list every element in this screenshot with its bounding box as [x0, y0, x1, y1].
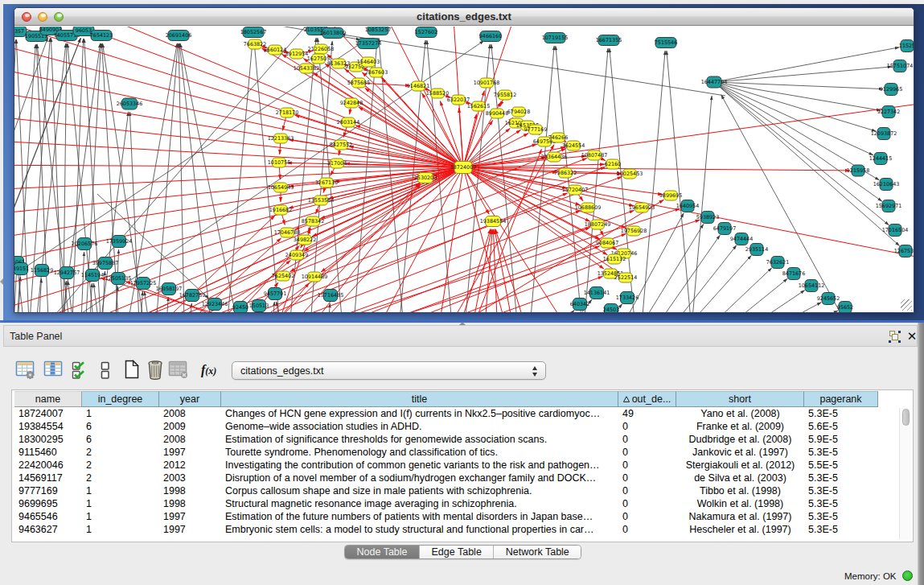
window-resize-grip[interactable] — [901, 299, 912, 311]
table-cell[interactable]: 9465546 — [14, 510, 82, 523]
graph-edge[interactable] — [699, 290, 805, 313]
graph-node[interactable]: 10654112 — [799, 280, 825, 292]
network-window-titlebar[interactable]: citations_edges.txt — [14, 8, 914, 26]
delete-table-button-disabled[interactable] — [168, 358, 189, 381]
graph-node[interactable]: 9146821 — [407, 81, 429, 91]
graph-edge[interactable] — [463, 121, 493, 168]
graph-node[interactable]: 13553584 — [308, 196, 335, 205]
tab-edge-table[interactable]: Edge Table — [420, 546, 494, 558]
table-cell[interactable]: Estimation of the future numbers of pati… — [221, 510, 618, 523]
graph-edge[interactable] — [14, 27, 463, 167]
graph-node[interactable]: 15720407 — [562, 185, 589, 195]
graph-edge[interactable] — [645, 245, 737, 313]
graph-node[interactable]: 10688609 — [575, 203, 602, 212]
graph-node[interactable]: 17359924 — [106, 236, 133, 248]
table-cell[interactable]: 1997 — [159, 510, 221, 523]
table-cell[interactable]: 9115460 — [14, 446, 82, 459]
graph-node[interactable]: 1546403 — [357, 57, 380, 67]
graph-node[interactable]: 8912954 — [285, 49, 308, 59]
table-cell[interactable]: 22420046 — [14, 459, 82, 472]
table-cell[interactable]: 2012 — [159, 459, 221, 472]
graph-node[interactable]: 1244415 — [869, 153, 892, 165]
graph-edge[interactable] — [639, 51, 665, 313]
graph-node[interactable]: 7986322 — [554, 168, 577, 178]
graph-edge[interactable] — [714, 82, 873, 155]
table-cell[interactable]: 5.5E-5 — [804, 459, 878, 472]
graph-node[interactable]: 19756928 — [621, 226, 647, 236]
table-cell[interactable]: 1 — [82, 484, 159, 497]
table-cell[interactable]: 5.3E-5 — [804, 446, 878, 459]
graph-edge[interactable] — [714, 82, 882, 201]
graph-node[interactable]: 1145194 — [81, 270, 104, 282]
graph-node[interactable]: 8427552 — [330, 140, 352, 150]
float-panel-icon[interactable] — [889, 331, 901, 343]
graph-node[interactable]: 7654123 — [90, 31, 113, 41]
table-cell[interactable]: 0 — [618, 510, 676, 523]
graph-node[interactable]: 17357274 — [355, 39, 382, 49]
graph-node[interactable]: 17046788 — [274, 228, 301, 237]
column-header-short[interactable]: short — [676, 391, 804, 407]
graph-edge[interactable] — [632, 235, 720, 313]
graph-node[interactable]: 1267534 — [894, 245, 914, 257]
left-splitter-collapse-icon[interactable] — [0, 278, 3, 285]
graph-edge[interactable] — [463, 167, 850, 171]
graph-node[interactable]: 1010755 — [268, 158, 290, 167]
graph-node[interactable]: 18052567 — [240, 27, 267, 38]
table-cell[interactable]: 2009 — [159, 420, 221, 433]
table-cell[interactable]: Dudbridge et al. (2008) — [676, 433, 804, 446]
graph-node[interactable]: 8471676 — [782, 268, 805, 280]
graph-node[interactable]: 2935114 — [745, 244, 768, 256]
panel-collapse-arrow-icon[interactable] — [459, 322, 466, 325]
graph-node[interactable]: 8990448 — [486, 109, 508, 118]
graph-edge[interactable] — [714, 82, 876, 131]
new-column-button[interactable] — [121, 358, 142, 381]
network-graph-canvas[interactable]: 2035719055138490903140557139605376541232… — [14, 27, 914, 313]
column-header-pagerank[interactable]: pagerank — [804, 391, 878, 407]
graph-node[interactable]: 16210643 — [873, 179, 900, 191]
graph-node[interactable]: 9474444 — [730, 233, 753, 245]
table-scrollbar[interactable] — [899, 408, 911, 539]
table-cell[interactable]: 0 — [618, 420, 676, 433]
graph-node[interactable]: 8578342 — [302, 216, 324, 226]
graph-edge[interactable] — [185, 211, 581, 313]
table-cell[interactable]: 0 — [618, 497, 676, 510]
graph-node[interactable]: 317004 — [327, 159, 347, 168]
graph-node[interactable]: 16671355 — [596, 35, 622, 46]
graph-node[interactable]: 2867603 — [365, 68, 388, 77]
table-cell[interactable]: 1 — [82, 407, 159, 420]
table-cell[interactable]: 2003 — [159, 472, 221, 484]
table-cell[interactable]: 1998 — [159, 484, 221, 497]
table-cell[interactable]: 14569117 — [14, 472, 82, 484]
graph-node[interactable]: 2409349 — [285, 250, 308, 260]
graph-node[interactable]: 20691406 — [166, 31, 192, 41]
column-header-name[interactable]: name — [14, 391, 82, 407]
table-cell[interactable]: 0 — [618, 446, 676, 459]
table-cell[interactable]: 18724007 — [14, 407, 82, 420]
graph-node[interactable]: 21226058 — [308, 44, 335, 54]
table-cell[interactable]: Wolkin et al. (1998) — [676, 497, 804, 510]
table-cell[interactable]: 9463627 — [14, 523, 82, 536]
graph-node[interactable]: 1588520 — [426, 89, 449, 98]
table-cell[interactable]: 9777169 — [14, 484, 82, 497]
graph-node[interactable]: 5938923 — [696, 212, 719, 224]
table-cell[interactable]: 19384554 — [14, 420, 82, 433]
graph-edge[interactable] — [714, 82, 889, 225]
deselect-all-rows-button[interactable] — [98, 358, 119, 381]
graph-node[interactable]: 7955812 — [494, 90, 516, 100]
table-cell[interactable]: Changes of HCN gene expression and I(f) … — [221, 407, 618, 420]
table-cell[interactable]: 0 — [618, 472, 676, 484]
graph-edge[interactable] — [450, 229, 491, 314]
delete-column-button[interactable] — [146, 358, 166, 381]
table-cell[interactable]: Structural magnetic resonance image aver… — [221, 497, 618, 510]
graph-edge[interactable] — [216, 312, 226, 313]
graph-node[interactable]: 1527602 — [415, 27, 437, 38]
graph-node[interactable]: 2718170 — [276, 108, 298, 117]
table-cell[interactable]: Tourette syndrome. Phenomenology and cla… — [221, 446, 618, 459]
graph-node[interactable]: 17016504 — [882, 225, 909, 237]
graph-node[interactable]: 10025453 — [617, 169, 643, 179]
column-header-out_de[interactable]: out_de... — [618, 391, 676, 407]
graph-node[interactable]: 7632621 — [766, 257, 789, 269]
close-panel-icon[interactable]: ✕ — [906, 329, 918, 344]
table-cell[interactable]: Hescheler et al. (1997) — [676, 523, 804, 536]
graph-node[interactable]: 10543382 — [294, 64, 320, 73]
